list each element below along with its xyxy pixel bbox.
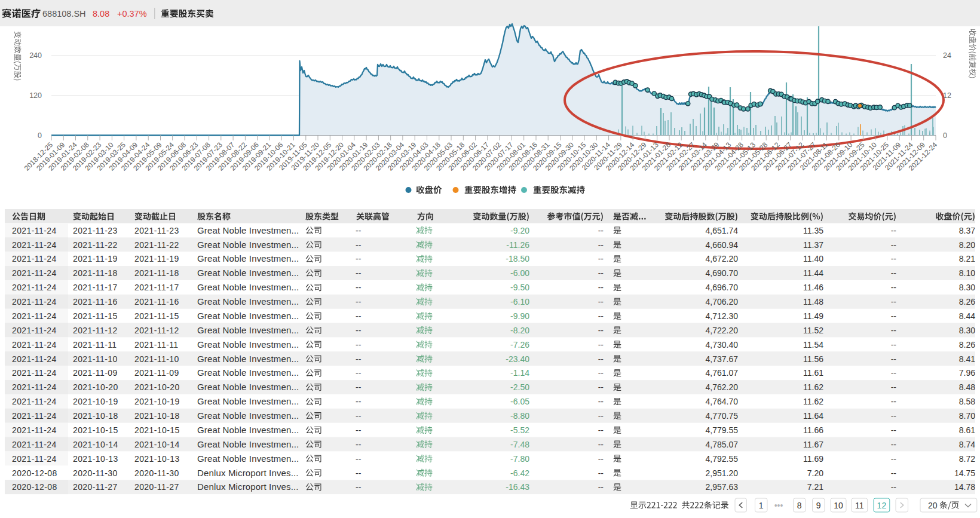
svg-text:--: -- <box>891 440 897 449</box>
svg-text:2021-10-14: 2021-10-14 <box>134 440 180 449</box>
svg-text:-7.48: -7.48 <box>510 440 529 449</box>
svg-text:11.46: 11.46 <box>803 283 823 292</box>
svg-text:11.56: 11.56 <box>803 354 823 364</box>
svg-text:--: -- <box>356 440 362 449</box>
svg-text:-5.52: -5.52 <box>510 425 529 435</box>
svg-text:11.69: 11.69 <box>803 454 823 464</box>
svg-text:0: 0 <box>38 131 42 140</box>
svg-text:2021-10-18: 2021-10-18 <box>73 411 118 421</box>
svg-text:2021-11-09: 2021-11-09 <box>134 368 179 378</box>
svg-text:--: -- <box>598 326 604 335</box>
svg-text:--: -- <box>891 226 897 235</box>
svg-text:--: -- <box>598 411 604 421</box>
svg-text:--: -- <box>891 382 897 392</box>
svg-text:--: -- <box>598 440 604 449</box>
svg-text:8.08: 8.08 <box>93 9 109 19</box>
svg-text:2021-11-11: 2021-11-11 <box>134 340 179 350</box>
svg-text:4,770.75: 4,770.75 <box>706 411 739 421</box>
svg-text:-6.05: -6.05 <box>510 397 529 406</box>
svg-text:--: -- <box>598 482 604 492</box>
svg-text:2021-11-24: 2021-11-24 <box>12 326 57 335</box>
svg-text:Great Noble Investmen...: Great Noble Investmen... <box>197 367 299 378</box>
svg-text:2021-10-20: 2021-10-20 <box>73 382 118 392</box>
svg-text:9: 9 <box>816 501 821 510</box>
svg-text:--: -- <box>598 240 604 250</box>
svg-text:2021-11-10: 2021-11-10 <box>134 354 179 364</box>
svg-text:-18.50: -18.50 <box>506 254 529 263</box>
svg-text:8.72: 8.72 <box>959 454 975 464</box>
svg-text:8.26: 8.26 <box>959 340 975 350</box>
svg-text:--: -- <box>598 254 604 263</box>
svg-text:2021-11-24: 2021-11-24 <box>12 354 57 364</box>
svg-text:--: -- <box>356 340 362 350</box>
svg-text:--: -- <box>356 226 362 235</box>
svg-text:--: -- <box>356 283 362 292</box>
svg-text:2021-10-19: 2021-10-19 <box>73 397 118 406</box>
svg-text:--: -- <box>356 425 362 435</box>
svg-text:Great Noble Investmen...: Great Noble Investmen... <box>197 410 299 421</box>
svg-text:Great Noble Investmen...: Great Noble Investmen... <box>197 425 299 435</box>
svg-text:11.64: 11.64 <box>803 411 823 421</box>
svg-text:8.21: 8.21 <box>959 254 975 263</box>
svg-text:8.58: 8.58 <box>959 397 975 406</box>
svg-text:2,951.20: 2,951.20 <box>706 468 739 478</box>
svg-text:Great Noble Investmen...: Great Noble Investmen... <box>197 311 299 321</box>
svg-text:1: 1 <box>759 501 764 510</box>
svg-text:2021-11-24: 2021-11-24 <box>12 254 57 263</box>
svg-text:Great Noble Investmen...: Great Noble Investmen... <box>197 253 299 263</box>
svg-text:4,696.70: 4,696.70 <box>706 283 739 292</box>
svg-text:2021-11-24: 2021-11-24 <box>12 440 57 449</box>
svg-text:--: -- <box>356 382 362 392</box>
svg-text:2021-11-15: 2021-11-15 <box>73 311 118 321</box>
svg-text:4,779.55: 4,779.55 <box>706 425 739 435</box>
svg-text:4,764.70: 4,764.70 <box>706 397 739 406</box>
svg-text:2021-10-13: 2021-10-13 <box>134 454 180 464</box>
svg-text:--: -- <box>891 468 897 478</box>
svg-text:--: -- <box>598 297 604 306</box>
svg-text:Great Noble Investmen...: Great Noble Investmen... <box>197 354 299 364</box>
svg-text:Great Noble Investmen...: Great Noble Investmen... <box>197 325 299 335</box>
svg-text:-16.43: -16.43 <box>506 482 529 492</box>
svg-text:Great Noble Investmen...: Great Noble Investmen... <box>197 396 299 406</box>
svg-text:4,712.30: 4,712.30 <box>706 311 739 321</box>
svg-text:--: -- <box>891 240 897 250</box>
svg-text:4,706.20: 4,706.20 <box>706 297 739 306</box>
svg-text:--: -- <box>356 268 362 278</box>
svg-text:-6.00: -6.00 <box>510 268 529 278</box>
svg-text:11.67: 11.67 <box>803 440 823 449</box>
svg-text:8.20: 8.20 <box>959 240 975 250</box>
svg-text:2021-11-24: 2021-11-24 <box>12 297 57 306</box>
svg-text:8.70: 8.70 <box>959 411 975 421</box>
svg-text:Great Noble Investmen...: Great Noble Investmen... <box>197 268 299 278</box>
svg-text:2021-11-09: 2021-11-09 <box>73 368 118 378</box>
svg-text:8.44: 8.44 <box>959 311 975 321</box>
svg-text:Great Noble Investmen...: Great Noble Investmen... <box>197 225 299 235</box>
svg-text:11.61: 11.61 <box>803 368 823 378</box>
svg-text:10: 10 <box>834 501 843 510</box>
svg-text:2020-11-30: 2020-11-30 <box>73 468 118 478</box>
svg-text:-8.20: -8.20 <box>510 326 529 335</box>
svg-text:11.54: 11.54 <box>803 340 823 350</box>
svg-text:Great Noble Investmen...: Great Noble Investmen... <box>197 453 299 464</box>
svg-text:--: -- <box>891 326 897 335</box>
svg-text:11.66: 11.66 <box>803 425 823 435</box>
svg-text:2021-11-24: 2021-11-24 <box>12 226 57 235</box>
svg-text:-9.50: -9.50 <box>510 283 529 292</box>
svg-text:2021-10-14: 2021-10-14 <box>73 440 118 449</box>
svg-text:4,730.40: 4,730.40 <box>706 340 739 350</box>
svg-text:14.75: 14.75 <box>954 468 975 478</box>
svg-text:--: -- <box>356 354 362 364</box>
svg-text:2021-10-20: 2021-10-20 <box>134 382 180 392</box>
svg-text:2021-11-11: 2021-11-11 <box>73 340 117 350</box>
svg-text:--: -- <box>891 311 897 321</box>
svg-text:11.35: 11.35 <box>803 226 823 235</box>
svg-text:4,690.70: 4,690.70 <box>706 268 739 278</box>
svg-text:7.96: 7.96 <box>959 368 975 378</box>
svg-text:--: -- <box>598 226 604 235</box>
svg-text:8.48: 8.48 <box>959 382 975 392</box>
svg-text:2021-10-19: 2021-10-19 <box>134 397 180 406</box>
svg-text:--: -- <box>891 454 897 464</box>
svg-text:-23.40: -23.40 <box>506 354 529 364</box>
svg-text:--: -- <box>598 425 604 435</box>
svg-text:2021-11-17: 2021-11-17 <box>73 283 118 292</box>
